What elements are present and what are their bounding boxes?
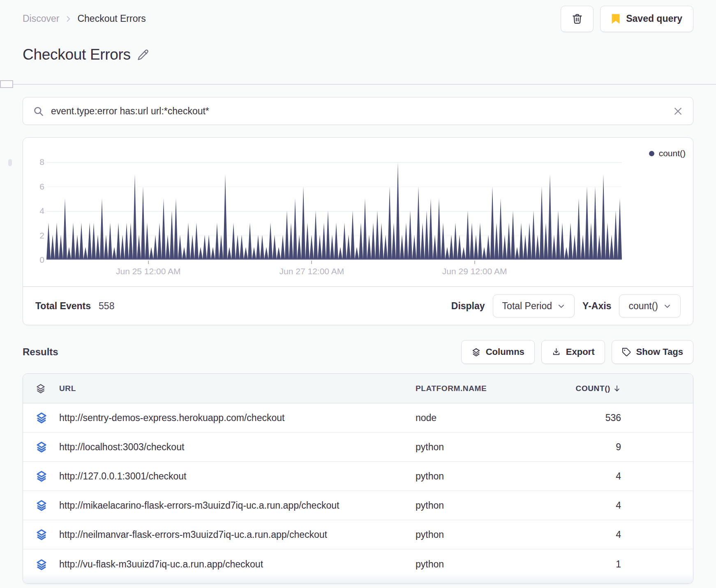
table-row: http://sentry-demos-express.herokuapp.co… <box>23 403 693 433</box>
stack-events-icon[interactable] <box>35 528 59 541</box>
tag-icon <box>622 347 631 357</box>
bookmark-icon <box>611 14 620 24</box>
url-cell[interactable]: http://localhost:3003/checkout <box>59 442 416 453</box>
count-cell: 9 <box>539 442 621 453</box>
yaxis-dropdown[interactable]: count() <box>619 294 681 317</box>
url-cell[interactable]: http://127.0.0.1:3001/checkout <box>59 471 416 482</box>
chart-plot-area[interactable] <box>46 162 622 260</box>
sort-desc-icon <box>613 384 621 393</box>
display-value: Total Period <box>502 301 552 312</box>
download-icon <box>552 347 561 357</box>
export-button[interactable]: Export <box>541 340 605 364</box>
y-axis-label: 2 <box>30 230 44 241</box>
table-row: http://neilmanvar-flask-errors-m3uuizd7i… <box>23 520 693 549</box>
x-axis-label: Jun 25 12:00 AM <box>95 266 202 276</box>
saved-query-button[interactable]: Saved query <box>600 6 693 32</box>
legend-dot-icon <box>649 151 654 156</box>
show-tags-button[interactable]: Show Tags <box>612 340 694 364</box>
platform-cell: node <box>416 412 539 424</box>
column-header-count[interactable]: COUNT() <box>539 384 621 393</box>
count-cell: 536 <box>539 412 621 424</box>
x-axis-tick <box>474 261 475 264</box>
results-heading: Results <box>23 346 58 358</box>
url-cell[interactable]: http://sentry-demos-express.herokuapp.co… <box>59 412 416 424</box>
chevron-down-icon <box>663 302 671 310</box>
events-chart-panel: count() 02468 Jun 25 12:00 AMJun 27 12:0… <box>23 137 693 325</box>
edit-title-icon[interactable] <box>137 49 150 61</box>
total-events-label: Total Events <box>35 301 91 312</box>
display-dropdown[interactable]: Total Period <box>493 294 575 317</box>
platform-cell: python <box>416 442 539 453</box>
url-cell[interactable]: http://vu-flask-m3uuizd7iq-uc.a.run.app/… <box>59 559 416 570</box>
search-icon <box>33 106 44 117</box>
yaxis-value: count() <box>628 301 658 312</box>
count-cell: 4 <box>539 471 621 482</box>
x-axis-label: Jun 29 12:00 AM <box>421 266 528 276</box>
y-axis: 02468 <box>30 162 44 260</box>
url-cell[interactable]: http://mikaelacarino-flask-errors-m3uuiz… <box>59 500 416 511</box>
saved-query-label: Saved query <box>626 13 682 24</box>
stack-events-icon[interactable] <box>35 412 59 424</box>
chevron-down-icon <box>557 302 565 310</box>
url-cell[interactable]: http://neilmanvar-flask-errors-m3uuizd7i… <box>59 529 416 540</box>
stack-events-icon[interactable] <box>35 470 59 482</box>
page-title: Checkout Errors <box>23 46 131 63</box>
count-cell: 4 <box>539 529 621 540</box>
total-events-value: 558 <box>99 301 114 312</box>
clear-search-icon[interactable] <box>673 106 683 116</box>
platform-cell: python <box>416 471 539 482</box>
table-row: http://localhost:3003/checkout python 9 <box>23 433 693 462</box>
layers-icon <box>471 347 481 357</box>
column-header-platform[interactable]: PLATFORM.NAME <box>416 384 539 393</box>
results-table: URL PLATFORM.NAME COUNT() http://sentry-… <box>23 373 693 584</box>
platform-cell: python <box>416 559 539 570</box>
breadcrumb: Discover Checkout Errors <box>23 13 146 24</box>
table-header-row: URL PLATFORM.NAME COUNT() <box>23 374 693 403</box>
table-row: http://mikaelacarino-flask-errors-m3uuiz… <box>23 491 693 520</box>
y-axis-label: 8 <box>30 156 44 168</box>
y-axis-label: 0 <box>30 254 44 266</box>
breadcrumb-discover[interactable]: Discover <box>23 13 59 24</box>
layers-icon <box>35 383 59 394</box>
x-axis-tick <box>148 261 149 264</box>
columns-button-label: Columns <box>486 347 524 357</box>
y-axis-label: 6 <box>30 181 44 192</box>
export-button-label: Export <box>566 347 595 357</box>
display-label: Display <box>451 301 485 312</box>
count-cell: 1 <box>539 559 621 570</box>
search-input[interactable] <box>51 106 666 117</box>
columns-button[interactable]: Columns <box>461 340 535 364</box>
trash-icon <box>572 13 583 24</box>
x-axis-label: Jun 27 12:00 AM <box>258 266 365 276</box>
count-cell: 4 <box>539 500 621 511</box>
page-header: Discover Checkout Errors Saved query <box>23 0 693 32</box>
breadcrumb-current: Checkout Errors <box>77 13 146 24</box>
platform-cell: python <box>416 500 539 511</box>
column-header-url[interactable]: URL <box>59 384 416 393</box>
chevron-right-icon <box>64 15 72 23</box>
stack-events-icon[interactable] <box>35 499 59 512</box>
x-axis-tick <box>311 261 312 264</box>
delete-query-button[interactable] <box>561 6 594 32</box>
stack-events-icon[interactable] <box>35 441 59 453</box>
count-header-label: COUNT() <box>576 384 610 393</box>
chart-legend-item[interactable]: count() <box>649 148 686 158</box>
platform-cell: python <box>416 529 539 540</box>
stack-events-icon[interactable] <box>35 558 59 571</box>
search-bar <box>23 97 693 125</box>
table-row: http://127.0.0.1:3001/checkout python 4 <box>23 462 693 491</box>
yaxis-label: Y-Axis <box>582 301 611 312</box>
table-row: http://vu-flask-m3uuizd7iq-uc.a.run.app/… <box>23 549 693 583</box>
y-axis-label: 4 <box>30 205 44 217</box>
show-tags-button-label: Show Tags <box>636 347 684 357</box>
legend-label: count() <box>659 148 686 158</box>
x-axis: Jun 25 12:00 AMJun 27 12:00 AMJun 29 12:… <box>46 261 622 280</box>
